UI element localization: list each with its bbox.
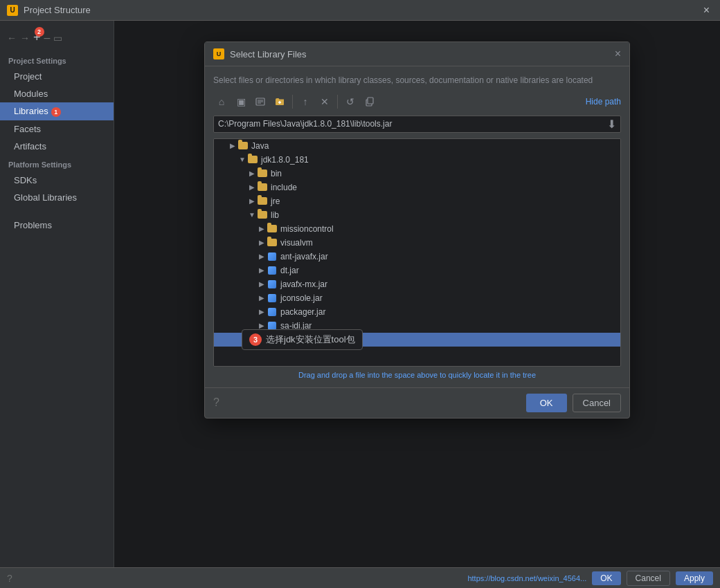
- sidebar-item-sdks[interactable]: SDKs: [0, 172, 114, 189]
- desktop-button[interactable]: ▣: [233, 93, 249, 110]
- new-folder-button[interactable]: [271, 93, 288, 110]
- toolbar-separator-2: [337, 95, 338, 109]
- select-library-dialog: U Select Library Files × Select files or…: [204, 42, 630, 419]
- project-settings-label: Project Settings: [0, 51, 114, 68]
- tree-item-lib[interactable]: ▼ lib: [214, 208, 620, 222]
- tree-item-visualvm[interactable]: ▶ visualvm: [214, 236, 620, 250]
- tree-item-include[interactable]: ▶ include: [214, 181, 620, 194]
- app-icon: U: [7, 5, 18, 16]
- remove-button[interactable]: –: [44, 32, 51, 44]
- toolbar-separator: [292, 95, 293, 109]
- file-tree[interactable]: ▶ Java ▼ jdk1.8.0_181 ▶: [213, 138, 621, 367]
- home-button[interactable]: ⌂: [213, 93, 230, 110]
- window-close-button[interactable]: ×: [700, 4, 713, 17]
- copy-button[interactable]: ▭: [53, 33, 62, 44]
- add-badge: 2: [35, 27, 44, 37]
- main-ok-button[interactable]: OK: [592, 571, 620, 585]
- refresh-button[interactable]: ↺: [342, 93, 359, 110]
- dialog-ok-button[interactable]: OK: [526, 394, 567, 412]
- drag-hint: Drag and drop a file into the space abov…: [213, 371, 621, 379]
- main-layout: ← → + 2 – ▭ Project Settings Project Mod…: [0, 21, 720, 588]
- sidebar-item-artifacts[interactable]: Artifacts: [0, 138, 114, 155]
- dialog-title-bar: U Select Library Files ×: [205, 42, 629, 66]
- tree-item-jre[interactable]: ▶ jre: [214, 194, 620, 208]
- tree-item-tools-jar[interactable]: ▶ 3 选择jdk安装位置tool包: [214, 333, 620, 347]
- svg-rect-7: [368, 98, 373, 104]
- tree-item-src[interactable]: ▶ src: [214, 366, 620, 367]
- dialog-cancel-button[interactable]: Cancel: [573, 394, 621, 412]
- path-bar: C:\Program Files\Java\jdk1.8.0_181\lib\t…: [213, 116, 621, 133]
- file-toolbar: ⌂ ▣ ↑ ✕ ↺: [213, 93, 621, 110]
- tooltip-text: 选择jdk安装位置tool包: [266, 333, 355, 346]
- dialog-title-left: U Select Library Files: [213, 48, 307, 59]
- sidebar-item-facets[interactable]: Facets: [0, 120, 114, 138]
- main-apply-button[interactable]: Apply: [676, 571, 713, 585]
- tree-item-javafx-mx-jar[interactable]: ▶ javafx-mx.jar: [214, 277, 620, 291]
- dialog-overlay: U Select Library Files × Select files or…: [114, 21, 720, 567]
- copy-path-button[interactable]: [361, 93, 378, 110]
- sidebar-item-modules[interactable]: Modules: [0, 85, 114, 102]
- sidebar-nav: ← → + 2 – ▭: [0, 28, 114, 48]
- tree-item-bin[interactable]: ▶ bin: [214, 167, 620, 181]
- dialog-body: Select files or directories in which lib…: [205, 66, 629, 387]
- dialog-title: Select Library Files: [230, 49, 307, 59]
- tree-item-jconsole-jar[interactable]: ▶ jconsole.jar: [214, 291, 620, 305]
- window-title: Project Structure: [24, 5, 700, 15]
- recent-button[interactable]: [252, 93, 269, 110]
- bottom-right: https://blog.csdn.net/weixin_4564... OK …: [467, 571, 713, 586]
- tree-item-missioncontrol[interactable]: ▶ missioncontrol: [214, 222, 620, 236]
- tree-item-packager-jar[interactable]: ▶ packager.jar: [214, 305, 620, 319]
- bottom-bar: ? https://blog.csdn.net/weixin_4564... O…: [0, 567, 720, 588]
- main-cancel-button[interactable]: Cancel: [627, 571, 670, 586]
- arrow-up-button[interactable]: ↑: [297, 93, 314, 110]
- download-icon[interactable]: ⬇: [607, 118, 616, 131]
- bottom-link[interactable]: https://blog.csdn.net/weixin_4564...: [467, 574, 586, 582]
- tree-item-dt-jar[interactable]: ▶ dt.jar: [214, 264, 620, 277]
- tree-item-java[interactable]: ▶ Java: [214, 139, 620, 153]
- bottom-left: ?: [7, 573, 19, 584]
- dialog-icon: U: [213, 48, 224, 59]
- help-icon[interactable]: ?: [7, 573, 12, 584]
- dialog-buttons: OK Cancel: [526, 394, 621, 412]
- path-value: C:\Program Files\Java\jdk1.8.0_181\lib\t…: [218, 119, 607, 129]
- tree-item-jdk[interactable]: ▼ jdk1.8.0_181: [214, 153, 620, 167]
- tooltip-badge: 3: [249, 333, 262, 346]
- content-area: Nothing to show U Select Library Files ×…: [114, 21, 720, 588]
- dialog-subtitle: Select files or directories in which lib…: [213, 75, 621, 86]
- hide-path-button[interactable]: Hide path: [586, 97, 621, 107]
- sidebar-item-libraries[interactable]: Libraries1: [0, 102, 114, 120]
- sidebar-item-project[interactable]: Project: [0, 68, 114, 85]
- dialog-help-icon[interactable]: ?: [213, 396, 219, 409]
- delete-button[interactable]: ✕: [316, 93, 333, 110]
- sidebar-item-problems[interactable]: Problems: [0, 217, 114, 234]
- dialog-close-button[interactable]: ×: [615, 48, 621, 60]
- title-bar: U Project Structure ×: [0, 0, 720, 21]
- sidebar: ← → + 2 – ▭ Project Settings Project Mod…: [0, 21, 114, 588]
- tooltip-balloon: 3 选择jdk安装位置tool包: [242, 329, 363, 350]
- tree-item-ant-javafx-jar[interactable]: ▶ ant-javafx.jar: [214, 250, 620, 264]
- nav-back-button[interactable]: ←: [7, 33, 17, 44]
- platform-settings-label: Platform Settings: [0, 155, 114, 172]
- dialog-footer: ? OK Cancel: [205, 387, 629, 418]
- nav-forward-button[interactable]: →: [20, 33, 30, 44]
- sidebar-item-global-libraries[interactable]: Global Libraries: [0, 189, 114, 206]
